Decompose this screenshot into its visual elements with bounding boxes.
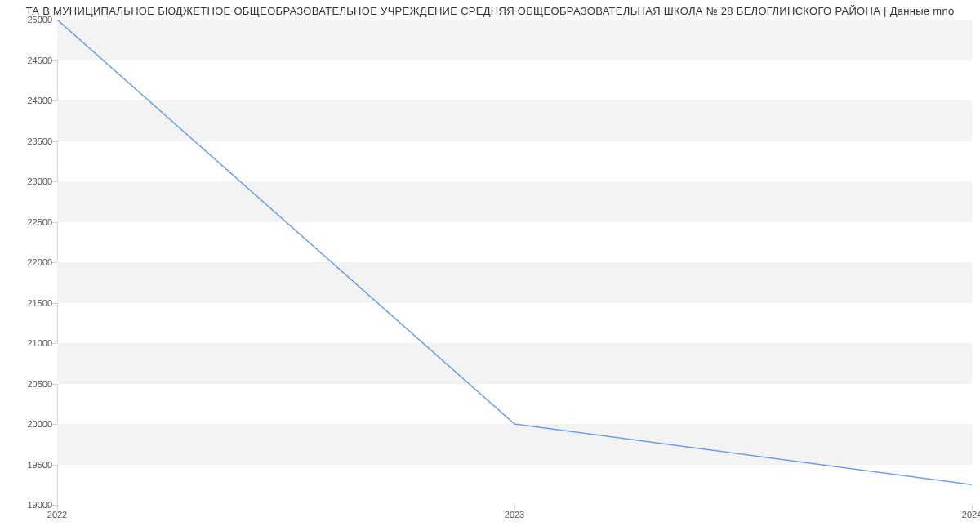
x-tick-label: 2023: [505, 510, 524, 520]
y-tick-label: 23000: [27, 176, 52, 186]
y-tick-label: 22500: [27, 217, 52, 227]
y-tick-label: 24000: [27, 96, 52, 105]
y-tick-label: 21000: [27, 338, 52, 348]
y-tick-label: 25000: [27, 15, 52, 25]
y-tick-label: 20500: [27, 379, 52, 389]
y-tick-label: 20000: [27, 419, 52, 429]
chart-title: ТА В МУНИЦИПАЛЬНОЕ БЮДЖЕТНОЕ ОБЩЕОБРАЗОВ…: [0, 5, 980, 17]
y-tick-label: 24500: [27, 56, 52, 65]
data-series-line: [57, 20, 972, 505]
y-tick-label: 23500: [27, 136, 52, 146]
x-tick-label: 2022: [47, 510, 67, 520]
plot-area: [57, 20, 972, 505]
y-tick-label: 19500: [27, 460, 52, 470]
y-tick-label: 19000: [27, 500, 52, 510]
y-tick-label: 21500: [27, 298, 52, 308]
y-tick-label: 22000: [27, 257, 52, 267]
x-tick-label: 2024: [962, 510, 980, 520]
